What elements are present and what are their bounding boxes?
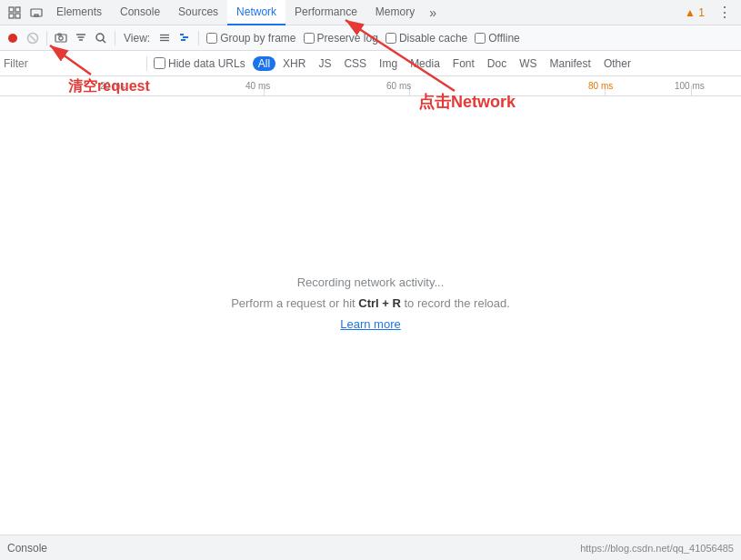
type-btn-font[interactable]: Font — [447, 56, 480, 71]
filter-toggle-button[interactable] — [72, 29, 90, 47]
type-btn-all[interactable]: All — [253, 56, 275, 71]
type-btn-media[interactable]: Media — [405, 56, 446, 71]
warning-badge: ▲ 1 — [677, 6, 712, 19]
svg-point-10 — [59, 35, 63, 39]
type-btn-css[interactable]: CSS — [338, 56, 372, 71]
search-button[interactable] — [92, 29, 110, 47]
timeline-tick-4: 80 ms — [588, 81, 613, 91]
toolbar-divider-1 — [46, 31, 47, 45]
svg-rect-1 — [15, 7, 20, 12]
console-tab-label[interactable]: Console — [7, 542, 47, 555]
perform-text-after: to record the reload. — [401, 296, 510, 310]
timeline-tick-5: 100 ms — [675, 81, 705, 91]
svg-point-15 — [96, 34, 104, 41]
filter-input[interactable] — [4, 57, 140, 70]
type-btn-doc[interactable]: Doc — [482, 56, 512, 71]
tab-performance[interactable]: Performance — [285, 0, 366, 25]
svg-line-8 — [30, 35, 35, 41]
group-by-frame-checkbox[interactable]: Group by frame — [206, 32, 295, 45]
url-display: https://blog.csdn.net/qq_41056485 — [580, 543, 734, 554]
tab-bar: Elements Console Sources Network Perform… — [0, 0, 741, 25]
svg-rect-20 — [180, 34, 184, 35]
devtools-menu-btn[interactable]: ⋮ — [712, 0, 737, 25]
type-btn-js[interactable]: JS — [313, 56, 336, 71]
clear-button[interactable] — [24, 29, 42, 47]
svg-rect-21 — [183, 36, 188, 38]
svg-line-16 — [103, 40, 105, 43]
type-filter-buttons: All XHR JS CSS Img Media Font Doc WS Man… — [253, 56, 636, 71]
svg-rect-0 — [9, 7, 14, 12]
view-list-button[interactable] — [155, 29, 174, 47]
svg-rect-22 — [181, 39, 185, 41]
tab-memory[interactable]: Memory — [366, 0, 424, 25]
status-bar: Console https://blog.csdn.net/qq_4105648… — [0, 535, 741, 560]
toolbar-divider-3 — [198, 31, 199, 45]
tab-network[interactable]: Network — [227, 0, 285, 25]
tab-bar-left: Elements Console Sources Network Perform… — [4, 0, 442, 25]
annotation-clear-label: 清空request — [68, 77, 150, 96]
tab-sources[interactable]: Sources — [169, 0, 227, 25]
disable-cache-checkbox[interactable]: Disable cache — [386, 32, 467, 45]
tab-elements[interactable]: Elements — [47, 0, 111, 25]
svg-rect-4 — [31, 9, 42, 16]
filter-row: Hide data URLs All XHR JS CSS Img Media … — [0, 51, 741, 76]
devtools-icon — [7, 5, 22, 20]
perform-text: Perform a request or hit Ctrl + R to rec… — [231, 296, 510, 310]
responsive-icon — [29, 5, 44, 20]
preserve-log-checkbox[interactable]: Preserve log — [304, 32, 378, 45]
recording-text: Recording network activity... — [297, 275, 445, 289]
record-button[interactable] — [4, 29, 22, 47]
ctrl-r-label: Ctrl + R — [358, 296, 401, 310]
learn-more-link[interactable]: Learn more — [340, 317, 400, 331]
tab-console[interactable]: Console — [111, 0, 169, 25]
type-btn-xhr[interactable]: XHR — [277, 56, 311, 71]
type-btn-img[interactable]: Img — [374, 56, 403, 71]
view-label: View: — [124, 32, 150, 45]
annotation-network-label: 点击Network — [418, 91, 516, 113]
svg-rect-5 — [35, 15, 38, 16]
type-btn-other[interactable]: Other — [598, 56, 636, 71]
screenshot-button[interactable] — [52, 29, 70, 47]
timeline-tick-3: 60 ms — [386, 81, 411, 91]
svg-rect-2 — [9, 14, 14, 18]
svg-point-6 — [8, 34, 17, 43]
view-waterfall-button[interactable] — [175, 29, 194, 47]
hide-data-urls-checkbox[interactable]: Hide data URLs — [154, 57, 245, 70]
network-toolbar: View: Group by frame Preserve log Disabl… — [0, 25, 741, 51]
svg-rect-3 — [15, 14, 20, 18]
offline-checkbox[interactable]: Offline — [475, 32, 519, 45]
filter-divider — [146, 56, 147, 71]
perform-text-before: Perform a request or hit — [231, 296, 358, 310]
main-content: Recording network activity... Perform a … — [0, 96, 741, 509]
tab-more-btn[interactable]: » — [424, 2, 442, 24]
type-btn-manifest[interactable]: Manifest — [545, 56, 596, 71]
timeline-tick-2: 40 ms — [245, 81, 270, 91]
type-btn-ws[interactable]: WS — [514, 56, 542, 71]
toolbar-divider-2 — [115, 31, 115, 45]
